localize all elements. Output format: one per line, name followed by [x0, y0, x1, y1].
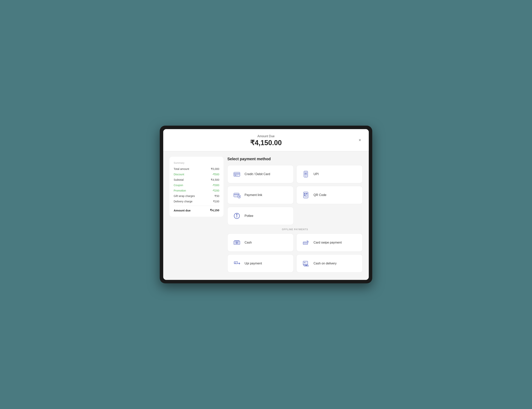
summary-row-value: ₹5,000 [211, 167, 219, 170]
payment-card-cod[interactable]: Cash on delivery [296, 254, 363, 272]
summary-row-name-coupon: Coupon [174, 184, 183, 187]
modal-body: Summary Total amount ₹5,000 Discount -₹5… [163, 151, 369, 280]
svg-rect-16 [307, 195, 307, 196]
online-payment-grid: Credit / Debit Card UPI [227, 165, 363, 225]
summary-row-total-amount: Total amount ₹5,000 [174, 167, 219, 170]
svg-point-22 [236, 242, 238, 244]
payment-card-label-potlee: Potlee [244, 214, 253, 218]
svg-rect-9 [234, 194, 239, 195]
summary-row-name-discount: Discount [174, 173, 184, 176]
svg-rect-15 [306, 195, 307, 195]
card-swipe-icon [301, 238, 310, 247]
payment-card-label-link: Payment link [244, 193, 262, 197]
svg-point-7 [306, 176, 306, 177]
summary-row-value-coupon: -₹300 [212, 184, 219, 187]
payment-link-icon [232, 190, 242, 200]
svg-rect-2 [234, 175, 236, 176]
summary-total-value: ₹4,150 [210, 209, 219, 212]
payment-card-potlee[interactable]: Potlee [227, 207, 294, 225]
payment-card-label-cod: Cash on delivery [314, 262, 336, 265]
modal-amount: ₹4,150.00 [171, 139, 361, 147]
svg-text:UPI: UPI [234, 262, 236, 264]
payment-card-label-upi-payment: Upi payment [244, 262, 262, 265]
upi-phone-icon: UPI [301, 169, 310, 179]
payment-card-label-credit: Credit / Debit Card [244, 172, 270, 176]
qr-icon [301, 190, 310, 200]
payment-card-link[interactable]: Payment link [227, 186, 294, 204]
svg-text:UPI: UPI [305, 173, 307, 174]
summary-row-coupon: Coupon -₹300 [174, 184, 219, 187]
svg-rect-1 [234, 173, 240, 174]
summary-total-name: Amount due [174, 209, 191, 212]
payment-card-label-qr: QR Code [314, 193, 326, 197]
svg-rect-3 [236, 175, 237, 176]
payment-card-cash[interactable]: Cash [227, 233, 294, 252]
payment-card-label-upi: UPI [314, 172, 319, 176]
summary-total-row: Amount due ₹4,150 [174, 209, 219, 212]
svg-rect-13 [304, 195, 306, 196]
summary-row-value-discount: -₹500 [212, 173, 219, 176]
summary-row-name-subtotal: Subtotal [174, 178, 183, 181]
svg-rect-31 [304, 262, 306, 263]
svg-rect-11 [304, 192, 308, 198]
tablet-frame: Amount Due ₹4,150.00 × Summary Total amo… [160, 126, 372, 283]
summary-row-value-delivery: ₹100 [213, 200, 219, 203]
upi-payment-icon: UPI [232, 259, 242, 268]
svg-rect-17 [305, 196, 307, 196]
svg-rect-24 [238, 242, 239, 244]
modal-container: Amount Due ₹4,150.00 × Summary Total amo… [163, 129, 369, 280]
offline-label: OFFLINE PAYMENTS [227, 228, 363, 231]
summary-row-name: Total amount [174, 167, 189, 170]
svg-rect-27 [303, 242, 308, 243]
payment-card-swipe[interactable]: Card swipe payment [296, 233, 363, 252]
payment-section: Select payment method [227, 157, 363, 274]
payment-card-credit-debit[interactable]: Credit / Debit Card [227, 165, 294, 183]
svg-rect-23 [234, 242, 235, 244]
summary-row-name-promotion: Promotion [174, 189, 186, 192]
payment-section-title: Select payment method [227, 157, 363, 161]
payment-card-upi[interactable]: UPI UPI [296, 165, 363, 183]
modal-header: Amount Due ₹4,150.00 × [163, 129, 369, 151]
summary-row-value-promotion: -₹200 [212, 189, 219, 192]
svg-rect-25 [234, 241, 239, 241]
summary-divider [174, 206, 219, 206]
cod-icon [301, 259, 310, 268]
summary-row-value-subtotal: ₹4,500 [211, 178, 219, 181]
summary-row-value-giftwrap: ₹50 [214, 195, 219, 197]
payment-card-label-cash: Cash [244, 241, 252, 244]
summary-row-name-giftwrap: Gift wrap charges [174, 195, 195, 197]
svg-rect-32 [306, 265, 307, 266]
tablet-screen: Amount Due ₹4,150.00 × Summary Total amo… [163, 129, 369, 280]
svg-rect-12 [304, 193, 306, 194]
summary-panel: Summary Total amount ₹5,000 Discount -₹5… [169, 157, 224, 217]
card-icon [232, 169, 242, 179]
summary-row-discount: Discount -₹500 [174, 173, 219, 176]
summary-row-delivery: Delivery charge ₹100 [174, 200, 219, 203]
summary-row-subtotal: Subtotal ₹4,500 [174, 178, 219, 181]
payment-card-qr[interactable]: QR Code [296, 186, 363, 204]
payment-card-label-swipe: Card swipe payment [314, 241, 342, 244]
modal-title: Amount Due [171, 135, 361, 138]
svg-rect-14 [306, 193, 307, 194]
summary-label: Summary [174, 161, 219, 164]
summary-row-name-delivery: Delivery charge [174, 200, 192, 203]
offline-payment-grid: Cash C [227, 233, 363, 272]
close-button[interactable]: × [356, 137, 363, 144]
summary-row-giftwrap: Gift wrap charges ₹50 [174, 195, 219, 197]
payment-card-upi-payment[interactable]: UPI Upi payment [227, 254, 294, 272]
summary-row-promotion: Promotion -₹200 [174, 189, 219, 192]
cash-icon [232, 238, 242, 247]
potlee-icon [232, 211, 242, 221]
